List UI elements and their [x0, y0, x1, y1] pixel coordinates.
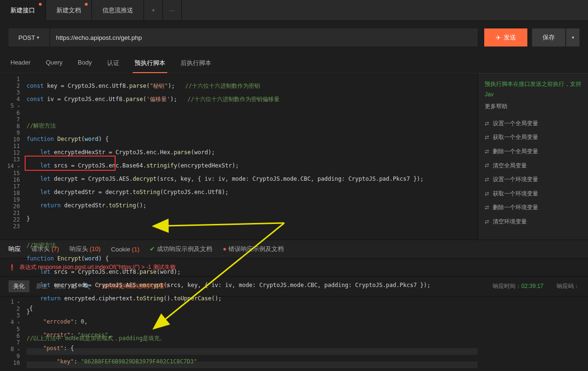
- top-tab-bar: 新建接口 新建文档 信息流推送 + ···: [0, 0, 588, 21]
- transfer-icon: ⇄: [485, 217, 489, 227]
- tab-auth[interactable]: 认证: [105, 54, 121, 73]
- snippet-del-env[interactable]: ⇄删除一个环境变量: [485, 201, 581, 215]
- tab-post-script[interactable]: 后执行脚本: [179, 54, 213, 73]
- request-row: POST ▾ ✈ 发送 保存 ▾: [0, 21, 588, 54]
- transfer-icon: ⇄: [485, 189, 489, 199]
- add-tab-button[interactable]: +: [144, 0, 163, 21]
- response-time: 响应时间：02:39:17: [493, 282, 543, 290]
- snippet-clear-env[interactable]: ⇄清空环境变量: [485, 215, 581, 229]
- tab-query[interactable]: Query: [44, 54, 64, 73]
- transfer-icon: ⇄: [485, 133, 489, 142]
- help-title: 预执行脚本在接口发送之前执行，支持Jav: [485, 79, 581, 100]
- modified-dot-icon: [39, 3, 42, 6]
- resp-gutter: 1 ▾234 ▾5678 ▾910: [0, 297, 25, 371]
- caret-down-icon: ▾: [572, 35, 574, 40]
- url-input[interactable]: [50, 28, 478, 46]
- save-dropdown-button[interactable]: ▾: [566, 28, 579, 46]
- snippet-get-global[interactable]: ⇄获取一个全局变量: [485, 130, 581, 145]
- tab-new-doc[interactable]: 新建文档: [46, 0, 92, 21]
- tab-label: 新建文档: [56, 6, 81, 15]
- tab-pre-script[interactable]: 预执行脚本: [133, 54, 167, 73]
- tab-overflow-button[interactable]: ···: [163, 0, 182, 21]
- snippet-get-env[interactable]: ⇄获取一个环境变量: [485, 187, 581, 201]
- error-icon: ❗: [9, 264, 16, 271]
- method-value: POST: [18, 34, 35, 41]
- plus-icon: +: [152, 7, 155, 14]
- transfer-icon: ⇄: [485, 147, 489, 157]
- method-select[interactable]: POST ▾: [9, 28, 49, 46]
- transfer-icon: ⇄: [485, 203, 489, 213]
- send-button[interactable]: ✈ 发送: [484, 28, 527, 46]
- response-code: 响应码：: [557, 282, 579, 290]
- pre-script-editor[interactable]: 12345 ▾67891011121314 ▾15161718192021222…: [0, 74, 478, 240]
- snippet-set-env[interactable]: ⇄设置一个环境变量: [485, 173, 581, 187]
- transfer-icon: ⇄: [485, 175, 489, 185]
- snippet-del-global[interactable]: ⇄删除一个全局变量: [485, 145, 581, 159]
- tab-label: 信息流推送: [102, 6, 133, 15]
- request-section-tabs: Header Query Body 认证 预执行脚本 后执行脚本: [0, 54, 588, 74]
- main-split: 12345 ▾67891011121314 ▾15161718192021222…: [0, 74, 588, 240]
- tab-response[interactable]: 响应: [9, 245, 21, 253]
- transfer-icon: ⇄: [485, 161, 489, 170]
- tab-body[interactable]: Body: [76, 54, 94, 73]
- response-body-viewer[interactable]: 1 ▾234 ▾5678 ▾910 { "errcode": 0, "errst…: [0, 297, 588, 371]
- tab-new-api[interactable]: 新建接口: [0, 0, 46, 21]
- tab-header[interactable]: Header: [9, 54, 33, 73]
- ellipsis-icon: ···: [170, 7, 175, 14]
- code-body[interactable]: const key = CryptoJS.enc.Utf8.parse("秘钥"…: [25, 74, 478, 240]
- save-label: 保存: [543, 33, 555, 42]
- help-sidebar: 预执行脚本在接口发送之前执行，支持Jav 更多帮助 ⇄设置一个全局变量 ⇄获取一…: [478, 74, 588, 240]
- help-subtitle[interactable]: 更多帮助: [485, 102, 581, 112]
- caret-down-icon: ▾: [37, 35, 39, 40]
- send-icon: ✈: [496, 34, 501, 41]
- modified-dot-icon: [85, 3, 88, 6]
- resp-code-body: { "errcode": 0, "errstr": "success", "po…: [25, 297, 588, 371]
- save-button[interactable]: 保存: [532, 28, 565, 46]
- send-label: 发送: [504, 33, 516, 42]
- line-gutter: 12345 ▾67891011121314 ▾15161718192021222…: [0, 74, 25, 240]
- snippet-clear-global[interactable]: ⇄清空全局变量: [485, 159, 581, 173]
- tab-label: 新建接口: [10, 6, 35, 15]
- tab-feed-push[interactable]: 信息流推送: [92, 0, 144, 21]
- snippet-set-global[interactable]: ⇄设置一个全局变量: [485, 117, 581, 131]
- transfer-icon: ⇄: [485, 119, 489, 129]
